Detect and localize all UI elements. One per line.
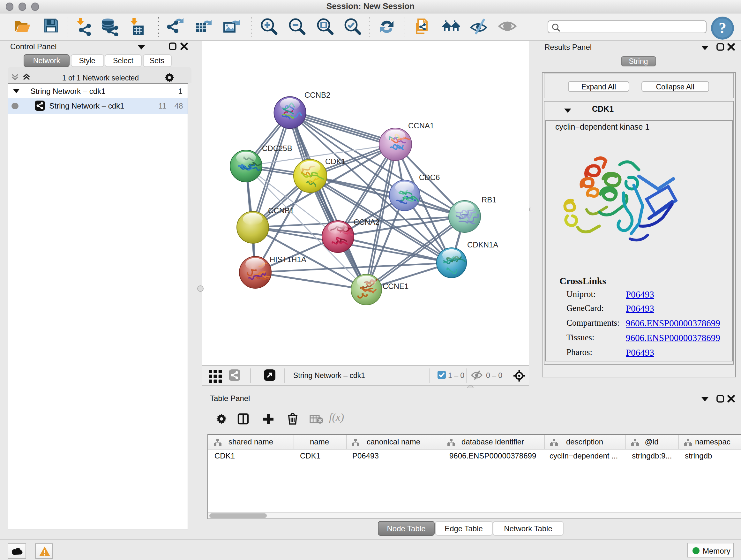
svg-text:?: ? [718,19,726,36]
svg-text:CCNB2: CCNB2 [304,90,330,99]
svg-text:CDK1: CDK1 [325,157,345,165]
svg-text:CCNA1: CCNA1 [408,121,434,130]
svg-text:CDC25B: CDC25B [262,144,292,152]
svg-text:RB1: RB1 [481,195,496,204]
svg-text:CDKN1A: CDKN1A [467,240,498,249]
svg-text:CDC6: CDC6 [419,173,440,181]
svg-text:CCNE1: CCNE1 [382,282,408,290]
svg-text:CCNB1: CCNB1 [268,206,293,214]
svg-text:HIST1H1A: HIST1H1A [269,255,306,263]
svg-text:CCNA2: CCNA2 [353,217,379,226]
